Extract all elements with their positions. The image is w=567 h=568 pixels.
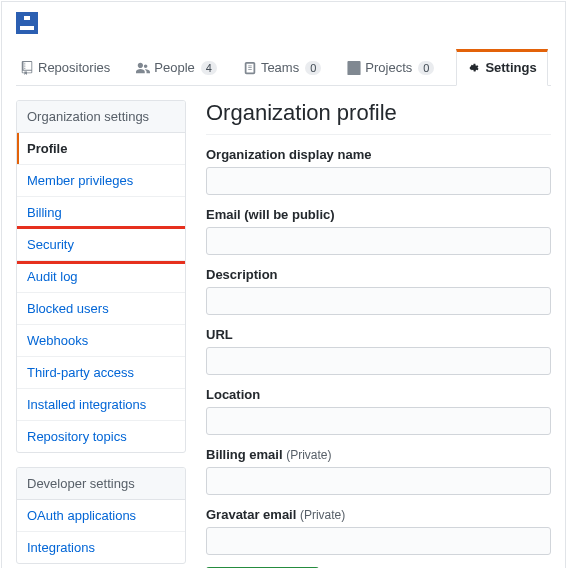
page-title: Organization profile	[206, 100, 551, 135]
tab-repositories[interactable]: Repositories	[16, 49, 114, 85]
sidebar-item-webhooks[interactable]: Webhooks	[17, 325, 185, 357]
input-display-name[interactable]	[206, 167, 551, 195]
repo-icon	[20, 61, 34, 75]
tab-projects[interactable]: Projects 0	[343, 49, 438, 85]
nav-tabs: Repositories People 4 Teams 0 Projects 0…	[16, 49, 551, 86]
tab-people[interactable]: People 4	[132, 49, 221, 85]
input-gravatar-email[interactable]	[206, 527, 551, 555]
sidebar-item-blocked-users[interactable]: Blocked users	[17, 293, 185, 325]
input-email[interactable]	[206, 227, 551, 255]
tab-settings[interactable]: Settings	[456, 49, 547, 86]
gear-icon	[467, 61, 481, 75]
main-content: Organization profile Organization displa…	[206, 100, 551, 568]
label-url: URL	[206, 327, 551, 342]
teams-icon	[243, 61, 257, 75]
tab-label: Teams	[261, 60, 299, 75]
tab-count: 4	[201, 61, 217, 75]
input-description[interactable]	[206, 287, 551, 315]
sidebar-item-security[interactable]: Security	[17, 229, 185, 261]
sidebar-item-oauth-applications[interactable]: OAuth applications	[17, 500, 185, 532]
sidebar-item-repository-topics[interactable]: Repository topics	[17, 421, 185, 452]
sidebar-item-integrations[interactable]: Integrations	[17, 532, 185, 563]
people-icon	[136, 61, 150, 75]
input-location[interactable]	[206, 407, 551, 435]
sidebar-item-billing[interactable]: Billing	[17, 197, 185, 229]
input-billing-email[interactable]	[206, 467, 551, 495]
tab-label: Projects	[365, 60, 412, 75]
developer-settings-menu: Developer settings OAuth applications In…	[16, 467, 186, 564]
sidebar-item-installed-integrations[interactable]: Installed integrations	[17, 389, 185, 421]
menu-header: Organization settings	[17, 101, 185, 133]
tab-label: Repositories	[38, 60, 110, 75]
label-display-name: Organization display name	[206, 147, 551, 162]
sidebar-item-third-party-access[interactable]: Third-party access	[17, 357, 185, 389]
label-location: Location	[206, 387, 551, 402]
tab-teams[interactable]: Teams 0	[239, 49, 325, 85]
org-avatar[interactable]	[16, 12, 38, 34]
tab-label: Settings	[485, 60, 536, 75]
label-description: Description	[206, 267, 551, 282]
sidebar: Organization settings Profile Member pri…	[16, 100, 186, 568]
tab-label: People	[154, 60, 194, 75]
tab-count: 0	[418, 61, 434, 75]
label-billing-email: Billing email (Private)	[206, 447, 551, 462]
sidebar-item-audit-log[interactable]: Audit log	[17, 261, 185, 293]
org-settings-menu: Organization settings Profile Member pri…	[16, 100, 186, 453]
sidebar-item-member-privileges[interactable]: Member privileges	[17, 165, 185, 197]
label-email: Email (will be public)	[206, 207, 551, 222]
sidebar-item-profile[interactable]: Profile	[17, 133, 185, 165]
tab-count: 0	[305, 61, 321, 75]
input-url[interactable]	[206, 347, 551, 375]
projects-icon	[347, 61, 361, 75]
label-gravatar-email: Gravatar email (Private)	[206, 507, 551, 522]
menu-header: Developer settings	[17, 468, 185, 500]
